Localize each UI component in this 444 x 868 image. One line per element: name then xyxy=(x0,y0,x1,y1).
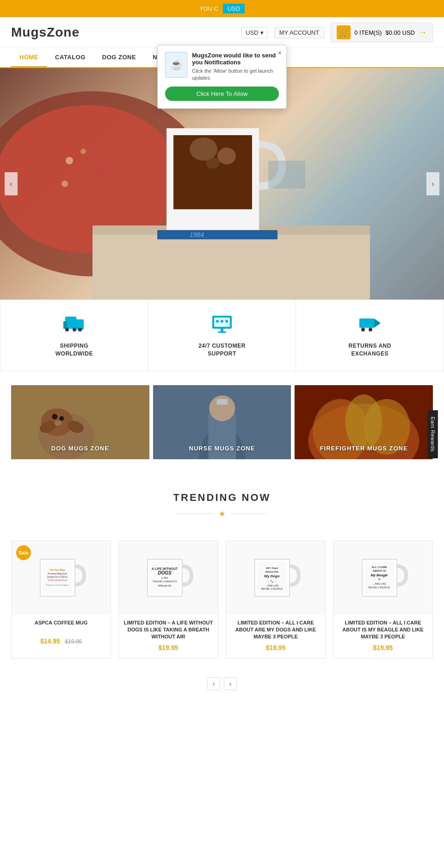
divider-line-right xyxy=(230,513,267,514)
trending-title: TRENDING NOW xyxy=(11,492,433,504)
product-card-4[interactable]: ALL I CARE ABOUT IS My Beagle 🐕 ...AND L… xyxy=(333,540,433,659)
product-mug-3: All I Care About Are My Dogs → 🐾 ← ...AN… xyxy=(248,550,303,606)
firefighter-zone-label: FIREFIGHTER MUGS ZONE xyxy=(295,445,433,452)
svg-point-19 xyxy=(65,328,69,331)
svg-text:MAYBE 3 PEOPLE: MAYBE 3 PEOPLE xyxy=(261,587,283,590)
svg-point-33 xyxy=(369,328,372,331)
notification-text: MugsZone would like to send you Notifica… xyxy=(192,52,279,82)
zone-card-nurse[interactable]: NURSE MUGS ZONE xyxy=(153,385,291,459)
svg-point-6 xyxy=(109,158,113,163)
svg-point-11 xyxy=(190,137,217,161)
svg-point-27 xyxy=(225,320,228,323)
cart-arrow-icon: → xyxy=(419,28,427,37)
nav-item-dogzone[interactable]: DOG ZONE xyxy=(94,48,144,67)
notification-body: Click the 'Allow' button to get launch u… xyxy=(192,68,279,82)
product-price-area-2: $19.95 xyxy=(119,643,218,652)
returns-title: RETURNS ANDEXCHANGES xyxy=(348,342,391,358)
topbar-message: YOU C xyxy=(199,5,218,12)
product-price-area-4: $19.95 xyxy=(333,643,432,652)
divider-star-icon: ★ xyxy=(219,509,225,518)
divider-line-left xyxy=(177,513,214,514)
svg-text:A LIFE WITHOUT: A LIFE WITHOUT xyxy=(152,567,178,570)
svg-text:is like: is like xyxy=(161,576,168,579)
features-bar: SHIPPINGWORLDWIDE 24/7 CUSTOMERSUPPORT R… xyxy=(0,300,444,371)
svg-point-22 xyxy=(78,328,82,331)
svg-text:For Your Mug: For Your Mug xyxy=(50,568,65,571)
svg-text:My Beagle: My Beagle xyxy=(370,573,388,577)
notification-close-button[interactable]: × xyxy=(278,49,282,56)
product-image-area-4: ALL I CARE ABOUT IS My Beagle 🐕 ...AND L… xyxy=(333,541,432,615)
cart-button[interactable]: 🛒 0 ITEM(S) $0.00 USD → xyxy=(331,23,433,42)
cart-total: $0.00 USD xyxy=(385,29,415,36)
nav-item-home[interactable]: HOME xyxy=(11,48,47,67)
svg-text:→ 🐾 ←: → 🐾 ← xyxy=(267,580,277,583)
svg-text:DOGS: DOGS xyxy=(158,570,172,575)
svg-text:TAKING A BREATH: TAKING A BREATH xyxy=(153,580,177,583)
nurse-zone-label: NURSE MUGS ZONE xyxy=(153,445,291,452)
svg-text:1984: 1984 xyxy=(190,231,204,238)
svg-rect-28 xyxy=(221,329,223,331)
svg-text:Without Air: Without Air xyxy=(158,584,172,587)
svg-text:MAYBE 3 PEOPLE: MAYBE 3 PEOPLE xyxy=(369,586,390,589)
product-price-area-1: $14.95 $19.95 xyxy=(12,637,111,645)
svg-text:ABOUT IS: ABOUT IS xyxy=(373,569,386,572)
product-title-4: LIMITED EDITION – ALL I CARE ABOUT IS MY… xyxy=(333,615,432,643)
svg-text:My Dogs: My Dogs xyxy=(264,574,280,578)
product-card-3[interactable]: All I Care About Are My Dogs → 🐾 ← ...AN… xyxy=(226,540,326,659)
product-image-area-1: Sale For Your Mug Purchase MugsZone Dona… xyxy=(12,541,111,615)
earn-rewards-tab[interactable]: Earn Rewards xyxy=(428,410,438,458)
product-card-2[interactable]: A LIFE WITHOUT DOGS is like TAKING A BRE… xyxy=(118,540,218,659)
svg-text:To End Animal Abuse: To End Animal Abuse xyxy=(48,579,68,581)
svg-text:ALL I CARE: ALL I CARE xyxy=(371,566,387,568)
svg-point-4 xyxy=(98,166,106,174)
notification-content: ☕ MugsZone would like to send you Notifi… xyxy=(165,52,279,82)
zone-card-dog[interactable]: DOG MUGS ZONE xyxy=(11,385,149,459)
svg-text:...AND LIKE: ...AND LIKE xyxy=(265,584,279,587)
header-right: USD ▾ MY ACCOUNT 🛒 0 ITEM(S) $0.00 USD → xyxy=(241,23,433,42)
shipping-icon xyxy=(62,313,86,337)
product-price-area-3: $19.95 xyxy=(226,643,325,652)
svg-text:All I Care: All I Care xyxy=(266,567,278,569)
product-price-old-1: $19.95 xyxy=(65,638,82,645)
product-title-3: LIMITED EDITION – ALL I CARE ABOUT ARE M… xyxy=(226,615,325,643)
topbar-currency-button[interactable]: USD xyxy=(223,4,245,13)
pagination: ‹ › xyxy=(0,673,444,709)
product-grid: Sale For Your Mug Purchase MugsZone Dona… xyxy=(0,540,444,673)
svg-point-3 xyxy=(80,149,86,154)
slider-next-button[interactable]: › xyxy=(426,172,439,195)
pagination-next-button[interactable]: › xyxy=(224,677,237,690)
svg-point-26 xyxy=(221,320,223,323)
account-button[interactable]: MY ACCOUNT xyxy=(274,27,324,38)
product-price-2: $19.95 xyxy=(159,644,179,651)
product-price-3: $19.95 xyxy=(266,644,286,651)
product-sale-badge-1: Sale xyxy=(16,545,31,560)
logo[interactable]: MugsZone xyxy=(11,25,80,40)
cart-items: 0 ITEM(S) xyxy=(354,29,382,36)
trending-section: TRENDING NOW ★ xyxy=(0,473,444,540)
support-title: 24/7 CUSTOMERSUPPORT xyxy=(198,342,246,358)
product-image-area-3: All I Care About Are My Dogs → 🐾 ← ...AN… xyxy=(226,541,325,615)
zone-card-firefighter[interactable]: FIREFIGHTER MUGS ZONE xyxy=(295,385,433,459)
nav-link-home[interactable]: HOME xyxy=(11,48,47,67)
svg-marker-31 xyxy=(374,318,381,328)
svg-point-13 xyxy=(206,157,220,169)
header: MugsZone USD ▾ MY ACCOUNT 🛒 0 ITEM(S) $0… xyxy=(0,17,444,48)
feature-support: 24/7 CUSTOMERSUPPORT xyxy=(148,300,296,371)
nav-link-catalog[interactable]: CATALOG xyxy=(47,48,94,66)
product-card-1[interactable]: Sale For Your Mug Purchase MugsZone Dona… xyxy=(11,540,111,659)
svg-text:Purchase MugsZone: Purchase MugsZone xyxy=(48,573,67,575)
svg-point-5 xyxy=(62,181,68,187)
zone-cards-section: DOG MUGS ZONE NURSE MUGS ZONE FIREFIGHTE… xyxy=(0,371,444,473)
currency-selector[interactable]: USD ▾ xyxy=(241,27,267,38)
pagination-prev-button[interactable]: ‹ xyxy=(207,677,220,690)
notification-popup: × ☕ MugsZone would like to send you Noti… xyxy=(157,45,287,109)
nav-item-catalog[interactable]: CATALOG xyxy=(47,48,94,67)
nav-link-dogzone[interactable]: DOG ZONE xyxy=(94,48,144,66)
svg-text:🐕: 🐕 xyxy=(378,578,381,581)
notification-allow-button[interactable]: Click Here To Allow xyxy=(165,87,279,101)
notification-mug-icon: ☕ xyxy=(165,52,187,78)
product-title-1: ASPCA COFFEE MUG xyxy=(12,615,111,637)
feature-returns: RETURNS ANDEXCHANGES xyxy=(296,300,444,371)
slider-prev-button[interactable]: ‹ xyxy=(5,172,18,195)
svg-text:Thank you for your Support: Thank you for your Support xyxy=(46,584,69,586)
